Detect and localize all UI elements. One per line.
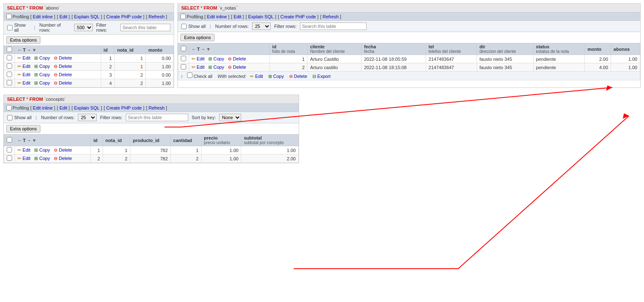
- check-all-bottom-vnotas[interactable]: [187, 72, 192, 78]
- delete-link-abono-2[interactable]: Delete: [59, 72, 72, 77]
- row-check-abono-3[interactable]: [7, 80, 12, 85]
- edit-link-abono-2[interactable]: Edit: [22, 72, 30, 77]
- edit-link-concepto-0[interactable]: Edit: [22, 147, 30, 152]
- delete-link-vnotas-1[interactable]: Delete: [233, 65, 246, 70]
- delete-icon-bulk: ⊖: [289, 74, 293, 79]
- copy-link-vnotas-1[interactable]: Copy: [213, 65, 224, 70]
- bulk-export-link[interactable]: Export: [317, 74, 331, 79]
- cell-abonos-vnotas-1: 1.00: [611, 63, 640, 72]
- extra-options-button-abono[interactable]: Extra options: [6, 36, 40, 44]
- show-all-check-concepto[interactable]: [7, 115, 12, 120]
- cell-id-abono-3: 4: [101, 79, 115, 87]
- row-check-concepto-0[interactable]: [7, 147, 12, 152]
- delete-link-concepto-0[interactable]: Delete: [59, 147, 72, 152]
- edit-inline-abono[interactable]: Edit inline: [33, 14, 53, 19]
- copy-icon-abono-0: ⊞: [34, 55, 38, 60]
- edit-link-concepto-1[interactable]: Edit: [22, 156, 30, 161]
- select-all-vnotas[interactable]: [181, 46, 186, 51]
- delete-link-vnotas-0[interactable]: Delete: [233, 56, 246, 61]
- edit-abono[interactable]: Edit: [60, 14, 67, 19]
- copy-link-abono-0[interactable]: Copy: [39, 55, 50, 60]
- bulk-delete-link[interactable]: Delete: [294, 74, 307, 79]
- query-table-abono: `abono`: [44, 5, 60, 10]
- cell-dir-vnotas-1: fausto nieto 345: [477, 63, 533, 72]
- row-check-abono-1[interactable]: [7, 63, 12, 69]
- filter-bar-abono: Show all | Number of rows: 500 25 50 100…: [4, 21, 174, 35]
- profiling-check-vnotas[interactable]: [180, 14, 186, 19]
- edit-vnotas[interactable]: Edit: [234, 14, 242, 19]
- copy-link-concepto-0[interactable]: Copy: [39, 147, 50, 152]
- query-bar-concepto: SELECT * FROM `concepto`: [4, 95, 299, 104]
- extra-options-button-vnotas[interactable]: Extra options: [180, 34, 215, 41]
- with-selected-label: With selected:: [217, 74, 246, 79]
- copy-link-abono-2[interactable]: Copy: [39, 72, 50, 77]
- edit-inline-vnotas[interactable]: Edit inline: [207, 14, 227, 19]
- copy-link-vnotas-0[interactable]: Copy: [213, 56, 224, 61]
- top-panels: SELECT * FROM `abono` Profiling [ Edit i…: [3, 3, 641, 88]
- explain-sql-concepto[interactable]: Explain SQL: [74, 105, 100, 110]
- col-abonos-vnotas: abonos: [611, 43, 640, 55]
- copy-link-abono-1[interactable]: Copy: [39, 64, 50, 69]
- edit-link-abono-0[interactable]: Edit: [22, 55, 30, 60]
- edit-inline-concepto[interactable]: Edit inline: [33, 105, 53, 110]
- profiling-check-concepto[interactable]: [6, 105, 12, 110]
- check-all-label: Check all: [194, 74, 212, 79]
- create-php-vnotas[interactable]: Create PHP code: [280, 14, 316, 19]
- num-rows-select-abono[interactable]: 500 25 50 100: [74, 24, 93, 31]
- sort-left-icon-abono: ←: [17, 47, 22, 52]
- sort-key-select-concepto[interactable]: None: [219, 114, 241, 121]
- cell-tel-vnotas-1: 2147483647: [426, 63, 477, 72]
- select-all-abono[interactable]: [7, 47, 12, 52]
- copy-link-concepto-1[interactable]: Copy: [39, 156, 50, 161]
- num-rows-select-concepto[interactable]: 25 50 100 500: [78, 114, 97, 121]
- cell-status-vnotas-1: pendiente: [533, 63, 585, 72]
- explain-sql-vnotas[interactable]: Explain SQL: [248, 14, 274, 19]
- edit-link-abono-3[interactable]: Edit: [22, 80, 30, 85]
- filter-input-abono[interactable]: [120, 24, 170, 31]
- toolbar-v-notas: Profiling [ Edit inline ] [ Edit ] [ Exp…: [178, 12, 640, 21]
- row-check-abono-2[interactable]: [7, 72, 12, 77]
- extra-btn-abono: Extra options: [6, 36, 171, 44]
- copy-link-abono-3[interactable]: Copy: [39, 80, 50, 85]
- filter-input-concepto[interactable]: [126, 114, 188, 121]
- show-all-check-abono[interactable]: [7, 25, 12, 30]
- query-star-concepto: *: [26, 97, 29, 102]
- table-abono: ← T → ▼ id nota_id monto ✏ E: [4, 45, 174, 87]
- delete-link-abono-1[interactable]: Delete: [59, 64, 72, 69]
- delete-link-abono-0[interactable]: Delete: [59, 55, 72, 60]
- create-php-concepto[interactable]: Create PHP code: [106, 105, 142, 110]
- refresh-concepto[interactable]: Refresh: [149, 105, 165, 110]
- edit-icon-abono-1: ✏: [17, 64, 21, 69]
- query-bar-abono: SELECT * FROM `abono`: [4, 4, 174, 12]
- edit-link-vnotas-0[interactable]: Edit: [197, 56, 205, 61]
- bulk-copy-link[interactable]: Copy: [273, 74, 284, 79]
- extra-options-button-concepto[interactable]: Extra options: [6, 125, 40, 132]
- col-dir-vnotas: dirdireccion del cliente: [477, 43, 533, 55]
- cell-dir-vnotas-0: fausto nieto 345: [477, 55, 533, 63]
- row-check-vnotas-1[interactable]: [181, 64, 186, 70]
- delete-link-abono-3[interactable]: Delete: [59, 80, 72, 85]
- show-all-check-vnotas[interactable]: [181, 24, 187, 29]
- delete-link-concepto-1[interactable]: Delete: [59, 156, 72, 161]
- col-nota-id-abono: nota_id: [115, 46, 146, 54]
- bulk-edit-link[interactable]: Edit: [255, 74, 263, 79]
- copy-icon-abono-2: ⊞: [34, 72, 38, 77]
- refresh-abono[interactable]: Refresh: [149, 14, 165, 19]
- row-check-abono-0[interactable]: [7, 55, 12, 60]
- create-php-abono[interactable]: Create PHP code: [106, 14, 142, 19]
- sort-left-icon-vnotas: ←: [192, 47, 196, 52]
- cell-monto-abono-1: 1.00: [146, 62, 174, 71]
- filter-input-vnotas[interactable]: [300, 22, 367, 30]
- edit-link-vnotas-1[interactable]: Edit: [197, 65, 205, 70]
- edit-concepto[interactable]: Edit: [60, 105, 67, 110]
- query-kw-abono: SELECT: [7, 5, 25, 10]
- cell-cantidad-concepto-0: 1: [170, 146, 201, 155]
- edit-link-abono-1[interactable]: Edit: [22, 64, 30, 69]
- profiling-check-abono[interactable]: [6, 14, 12, 19]
- row-check-vnotas-0[interactable]: [181, 56, 186, 61]
- refresh-vnotas[interactable]: Refresh: [323, 14, 339, 19]
- row-check-concepto-1[interactable]: [7, 155, 12, 161]
- explain-sql-abono[interactable]: Explain SQL: [74, 14, 100, 19]
- select-all-concepto[interactable]: [7, 137, 12, 142]
- num-rows-select-vnotas[interactable]: 25 50 100 500: [252, 22, 271, 30]
